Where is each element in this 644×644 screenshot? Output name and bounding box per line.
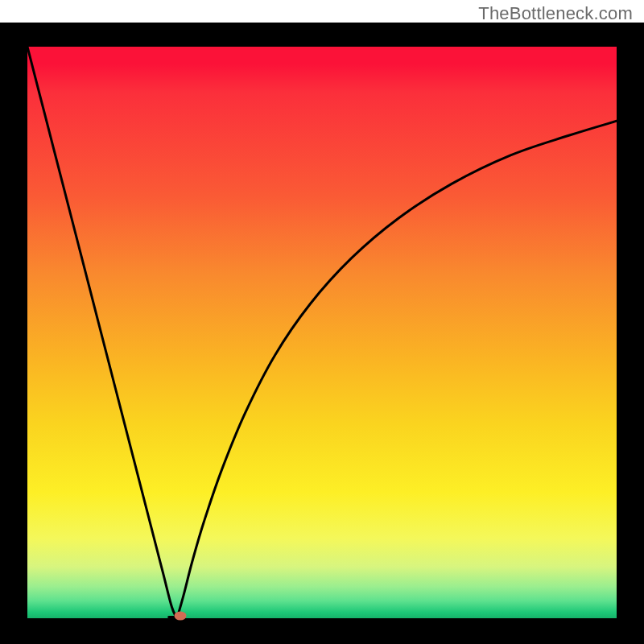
bottleneck-marker [175,611,187,620]
chart-container: TheBottleneck.com [0,0,644,644]
watermark-text: TheBottleneck.com [478,3,633,24]
curve-layer [27,47,617,618]
chart-outer-frame [0,23,644,644]
curve-right-branch [177,121,617,618]
plot-area [27,47,617,618]
curve-left-branch [27,47,177,618]
